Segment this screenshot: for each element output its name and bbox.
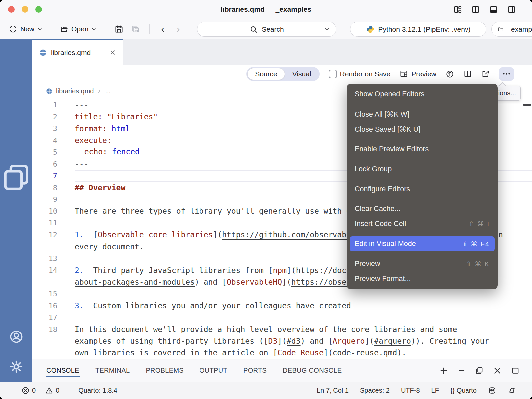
menu-item-preview-format[interactable]: Preview Format... <box>347 271 498 286</box>
status-right: Ln 7, Col 1Spaces: 2UTF-8LF{} Quarto <box>317 386 516 395</box>
status-item-ln-7-col-1[interactable]: Ln 7, Col 1 <box>317 387 349 394</box>
panel-tab-bar: CONSOLETERMINALPROBLEMSOUTPUTPORTSDEBUG … <box>32 359 532 382</box>
status-item-quarto[interactable]: {} Quarto <box>450 387 477 394</box>
save-all-icon[interactable] <box>131 24 141 34</box>
open-button[interactable]: Open <box>60 25 96 33</box>
minimize-icon[interactable] <box>457 366 466 375</box>
panel-tab-console[interactable]: CONSOLE <box>46 364 80 377</box>
menu-item-show-opened-editors[interactable]: Show Opened Editors <box>347 87 498 102</box>
explorer-icon[interactable] <box>0 48 32 306</box>
menu-item-preview[interactable]: Preview⇧ ⌘ K <box>347 256 498 271</box>
settings-gear-icon[interactable] <box>9 359 24 374</box>
source-visual-toggle: Source Visual <box>246 67 319 81</box>
code-line[interactable]: 15 <box>32 288 532 300</box>
save-icon[interactable] <box>114 24 124 34</box>
status-item-quarto-1-8-4[interactable]: Quarto: 1.8.4 <box>78 387 117 394</box>
code-line[interactable]: own libraries is covered in the article … <box>32 347 532 359</box>
new-button[interactable]: New <box>9 25 42 33</box>
breadcrumb-file[interactable]: libraries.qmd <box>56 87 94 95</box>
panel-tab-terminal[interactable]: TERMINAL <box>95 364 131 377</box>
chevron-down-icon <box>91 27 96 32</box>
maximize-panel-icon[interactable] <box>511 366 520 375</box>
menu-item-close-saved-k-u[interactable]: Close Saved [⌘K U] <box>347 122 498 137</box>
status-item-0[interactable]: 0 <box>45 386 59 395</box>
menu-item-clear-cache[interactable]: Clear Cache... <box>347 201 498 216</box>
code-line[interactable]: examples of using third-party libraries … <box>32 335 532 347</box>
menu-divider <box>354 104 490 104</box>
back-button[interactable]: ‹ <box>158 23 167 35</box>
status-item-lf[interactable]: LF <box>431 387 439 394</box>
menu-shortcut: ⇧ ⌘ F4 <box>462 240 490 248</box>
feedback-smiley-icon <box>488 386 496 395</box>
code-text: In this document we'll provide a high-le… <box>75 325 457 333</box>
line-number: 5 <box>32 148 57 156</box>
menu-item-lock-group[interactable]: Lock Group <box>347 162 498 177</box>
activity-bar <box>0 39 32 382</box>
layout-customize-icon[interactable] <box>453 5 462 14</box>
forward-button[interactable]: › <box>174 23 182 35</box>
close-icon[interactable] <box>493 366 502 375</box>
open-external-icon[interactable] <box>481 69 490 78</box>
code-text: echo: fenced <box>75 146 140 158</box>
preview-button[interactable]: Preview <box>399 69 436 78</box>
panel-tab-ports[interactable]: PORTS <box>243 364 267 377</box>
status-item-utf-8[interactable]: UTF-8 <box>401 387 420 394</box>
panel-tab-problems[interactable]: PROBLEMS <box>145 364 184 377</box>
line-number: 6 <box>32 160 57 168</box>
folder-open-icon <box>60 25 68 33</box>
panel-actions <box>439 366 532 375</box>
search-input[interactable]: Search <box>197 22 336 37</box>
source-mode-button[interactable]: Source <box>247 68 285 80</box>
status-item-feedback-smiley-icon[interactable] <box>488 386 496 395</box>
panel-tab-output[interactable]: OUTPUT <box>199 364 228 377</box>
line-number: 3 <box>32 124 57 133</box>
menu-item-close-all-k-w[interactable]: Close All [⌘K W] <box>347 107 498 122</box>
split-editor-layout-icon[interactable] <box>471 5 480 14</box>
breadcrumb-more[interactable]: ... <box>105 87 111 95</box>
plus-icon[interactable] <box>439 366 448 375</box>
activity-bar-bottom <box>9 329 24 374</box>
secondary-sidebar-icon[interactable] <box>507 5 516 14</box>
plus-circle-icon <box>9 25 17 33</box>
restore-icon[interactable] <box>475 366 484 375</box>
render-on-save-checkbox[interactable] <box>329 70 337 78</box>
menu-divider <box>354 234 490 234</box>
panel-tab-debug-console[interactable]: DEBUG CONSOLE <box>282 364 342 377</box>
publish-icon[interactable] <box>445 69 454 78</box>
app-window: libraries.qmd — _examples New Open ‹ › S… <box>0 0 532 399</box>
search-icon <box>249 25 258 34</box>
tab-libraries-qmd[interactable]: libraries.qmd <box>32 39 123 65</box>
menu-item-insert-code-cell[interactable]: Insert Code Cell⇧ ⌘ I <box>347 216 498 231</box>
panel-layout-icon[interactable] <box>489 5 498 14</box>
divider <box>105 24 105 34</box>
quarto-file-icon <box>39 49 47 57</box>
status-item-bell-icon[interactable] <box>508 386 516 395</box>
status-item-spaces-2[interactable]: Spaces: 2 <box>360 387 390 394</box>
split-editor-icon[interactable] <box>463 69 472 78</box>
status-item-0[interactable]: 0 <box>21 386 36 395</box>
error-icon <box>21 386 30 395</box>
code-text: --- <box>75 160 89 168</box>
code-text: ## Overview <box>75 183 125 192</box>
interpreter-selector[interactable]: Python 3.12.1 (PipEnv: .venv) <box>350 22 486 37</box>
code-line[interactable]: 17 <box>32 312 532 324</box>
line-number: 13 <box>32 254 57 263</box>
divider <box>51 24 51 34</box>
layout-controls <box>453 5 516 14</box>
menu-item-enable-preview-editors[interactable]: Enable Preview Editors <box>347 142 498 157</box>
code-line[interactable]: 163. Custom libraries you and/or your co… <box>32 300 532 312</box>
code-text: every document. <box>75 242 144 251</box>
menu-divider <box>354 139 490 139</box>
workspace-folder-button[interactable]: _examples <box>491 22 532 37</box>
line-number: 10 <box>32 207 57 215</box>
account-icon[interactable] <box>9 329 24 344</box>
visual-mode-button[interactable]: Visual <box>285 68 319 80</box>
code-line[interactable]: 18In this document we'll provide a high-… <box>32 324 532 335</box>
menu-item-configure-editors[interactable]: Configure Editors <box>347 182 498 197</box>
more-actions-button[interactable] <box>499 67 514 81</box>
menu-item-edit-in-visual-mode[interactable]: Edit in Visual Mode⇧ ⌘ F4 <box>350 236 495 251</box>
python-logo-icon <box>366 25 375 34</box>
close-tab-icon[interactable] <box>110 49 116 56</box>
code-text: examples of using third-party libraries … <box>75 337 489 345</box>
panel-tabs: CONSOLETERMINALPROBLEMSOUTPUTPORTSDEBUG … <box>46 364 357 377</box>
